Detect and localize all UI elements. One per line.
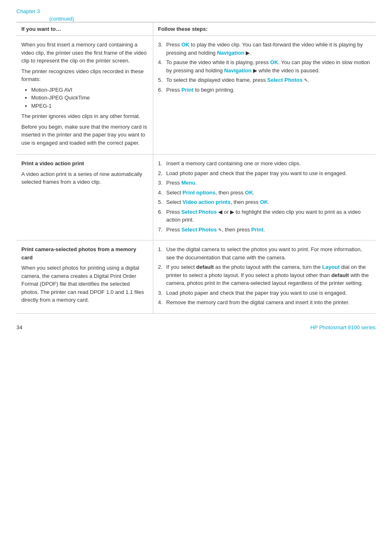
menu-highlight: Menu <box>181 180 195 186</box>
table-row: Print a video action print A video actio… <box>16 155 376 240</box>
select-photos-highlight: Select Photos <box>267 77 302 83</box>
list-item: 7. Press Select Photos ✎, then press Pri… <box>158 226 371 234</box>
list-item: 1. Insert a memory card containing one o… <box>158 159 371 168</box>
row1-bullet-list: Motion-JPEG AVI Motion-JPEG QuickTime MP… <box>21 86 148 110</box>
ok-highlight2: OK <box>270 59 279 65</box>
row2-para1: A video action print is a series of nine… <box>21 170 148 186</box>
select-photos-icon: ✎ <box>304 78 308 83</box>
row3-para1: When you select photos for printing usin… <box>21 264 148 304</box>
row2-steps: 1. Insert a memory card containing one o… <box>158 159 371 233</box>
list-item: 5. To select the displayed video frame, … <box>158 76 371 84</box>
content-table: If you want to… Follow these steps: When… <box>16 22 376 314</box>
list-item: MPEG-1 <box>31 102 148 110</box>
select-photos-highlight3: Select Photos <box>181 226 217 233</box>
list-item: 2. Load photo paper and check that the p… <box>158 169 371 178</box>
list-item: 2. If you select default as the photo la… <box>158 263 371 287</box>
row1-para3: The printer ignores video clips in any o… <box>21 112 148 120</box>
table-row: When you first insert a memory card cont… <box>16 36 376 155</box>
row1-para2: The printer recognizes video clips recor… <box>21 67 148 83</box>
list-item: 3. Press OK to play the video clip. You … <box>158 41 371 57</box>
row1-col2: 3. Press OK to play the video clip. You … <box>153 36 376 155</box>
list-item: 6. Press Select Photos ◀ or ▶ to highlig… <box>158 208 371 224</box>
list-item: 6. Press Print to begin printing. <box>158 86 371 94</box>
default-bold2: default <box>331 272 349 278</box>
col2-header: Follow these steps: <box>153 22 376 36</box>
row3-title: Print camera-selected photos from a memo… <box>21 245 148 261</box>
chapter-heading: Chapter 3 <box>16 8 376 14</box>
row1-col1: When you first insert a memory card cont… <box>16 36 153 155</box>
list-item: 5. Select Video action prints, then pres… <box>158 198 371 206</box>
video-action-highlight: Video action prints <box>182 199 231 205</box>
row3-col2: 1. Use the digital camera to select the … <box>153 240 376 314</box>
list-item: 4. To pause the video while it is playin… <box>158 58 371 74</box>
navigation-highlight: Navigation <box>217 50 244 56</box>
footer: 34 HP Photosmart 8100 series <box>16 322 376 330</box>
continued-label: (continued) <box>16 16 376 22</box>
row2-col1: Print a video action print A video actio… <box>16 155 153 240</box>
row1-para4: Before you begin, make sure that the mem… <box>21 123 148 147</box>
row1-para1: When you first insert a memory card cont… <box>21 41 148 65</box>
navigation-highlight2: Navigation <box>224 67 251 74</box>
list-item: 3. Press Menu. <box>158 179 371 187</box>
layout-highlight: Layout <box>322 264 340 270</box>
row3-steps: 1. Use the digital camera to select the … <box>158 245 371 307</box>
list-item: 4. Select Print options, then press OK. <box>158 189 371 197</box>
print-highlight: Print <box>181 87 194 93</box>
select-photos-highlight2: Select Photos <box>181 209 217 215</box>
list-item: 3. Load photo paper and check that the p… <box>158 289 371 297</box>
list-item: Motion-JPEG QuickTime <box>31 94 148 102</box>
select-photos-icon2: ✎ <box>218 227 222 232</box>
list-item: 1. Use the digital camera to select the … <box>158 245 371 261</box>
list-item: Motion-JPEG AVI <box>31 86 148 94</box>
row3-col1: Print camera-selected photos from a memo… <box>16 240 153 314</box>
col1-header: If you want to… <box>16 22 153 36</box>
table-row: Print camera-selected photos from a memo… <box>16 240 376 314</box>
page-number: 34 <box>16 324 22 330</box>
print-highlight2: Print <box>251 226 264 233</box>
row1-steps: 3. Press OK to play the video clip. You … <box>158 41 371 94</box>
brand-name: HP Photosmart 8100 series <box>310 324 376 330</box>
ok-highlight: OK <box>181 42 189 48</box>
ok-highlight4: OK <box>260 199 268 205</box>
ok-highlight3: OK <box>245 189 253 196</box>
row2-col2: 1. Insert a memory card containing one o… <box>153 155 376 240</box>
list-item: 4. Remove the memory card from the digit… <box>158 298 371 307</box>
default-bold: default <box>196 264 214 270</box>
row2-title: Print a video action print <box>21 159 148 168</box>
print-options-highlight: Print options <box>182 189 215 196</box>
